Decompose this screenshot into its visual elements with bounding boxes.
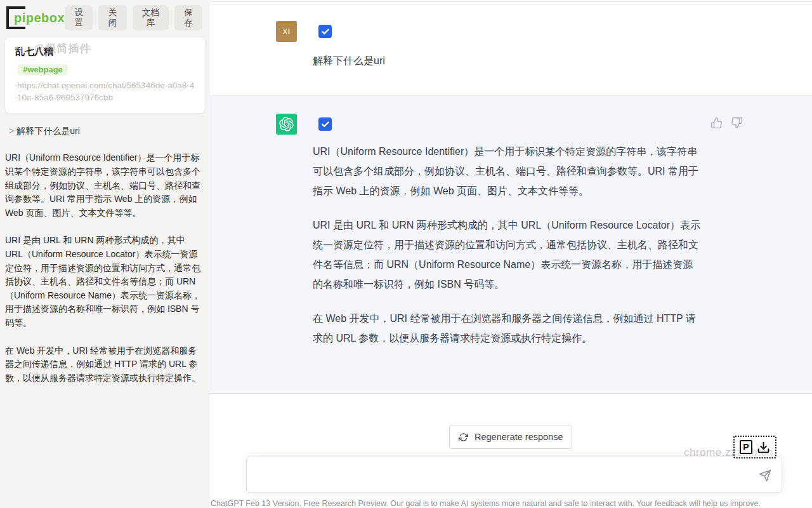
user-message-text: 解释下什么是uri [313,55,703,68]
top-divider [209,0,812,5]
user-avatar: XI [276,21,297,42]
settings-button[interactable]: 设置 [65,5,93,30]
saved-answer-text: URI（Uniform Resource Identifier）是一个用于标识某… [5,151,204,385]
thumbs-down-icon [731,117,743,129]
saved-paragraph: URI 是由 URL 和 URN 两种形式构成的，其中 URL（Uniform … [5,234,204,330]
send-icon [759,469,771,482]
assistant-paragraph: 在 Web 开发中，URI 经常被用于在浏览器和服务器之间传递信息，例如通过 H… [313,309,703,348]
quote-mark: > [9,126,14,136]
feedback-buttons [710,117,743,129]
check-icon [321,120,330,129]
user-message-content: 解释下什么是uri [313,21,703,95]
quoted-question: >解释下什么是uri [9,126,204,137]
pipebox-p-button[interactable]: P [740,440,752,454]
doc-library-button[interactable]: 文档库 [133,5,169,30]
pipebox-logo-text: pipebox [14,11,65,25]
saved-paragraph: 在 Web 开发中，URI 经常被用于在浏览器和服务器之间传递信息，例如通过 H… [5,344,204,385]
assistant-message-content: URI（Uniform Resource Identifier）是一个用于标识某… [313,114,703,393]
card-url: https://chat.openai.com/chat/565346de-a0… [15,79,195,104]
chatgpt-avatar [276,114,297,135]
assistant-paragraph: URI（Uniform Resource Identifier）是一个用于标识某… [313,142,703,201]
webpage-tag: #webpage [18,64,68,75]
pipebox-logo: pipebox [6,5,65,30]
openai-logo-icon [279,117,294,131]
saved-page-card[interactable]: 乱七八糟 @极简插件 #webpage https://chat.openai.… [5,37,205,113]
assistant-message-row: URI（Uniform Resource Identifier）是一个用于标识某… [209,95,812,394]
regenerate-label: Regenerate response [475,432,563,442]
sidebar-toolbar: 设置 关闭 文档库 保存 [65,5,202,30]
assistant-message-text: URI（Uniform Resource Identifier）是一个用于标识某… [313,142,703,348]
extension-sidebar: pipebox 设置 关闭 文档库 保存 乱七八糟 @极简插件 #webpage… [0,0,209,508]
check-icon [321,27,330,36]
quote-text: 解释下什么是uri [16,126,80,136]
extension-capture-toolbar: P [733,436,776,458]
close-button[interactable]: 关闭 [98,5,126,30]
download-button[interactable] [757,441,770,454]
save-button[interactable]: 保存 [174,5,202,30]
select-message-checkbox[interactable] [318,117,332,131]
download-icon [757,441,770,454]
select-message-checkbox[interactable] [318,25,332,38]
prompt-input[interactable] [257,464,750,486]
user-message-row: XI 解释下什么是uri [209,5,812,95]
footer-disclaimer: ChatGPT Feb 13 Version. Free Research Pr… [211,499,761,508]
assistant-paragraph: URI 是由 URL 和 URN 两种形式构成的，其中 URL（Uniform … [313,215,703,294]
chat-main: XI 解释下什么是uri URI（Uniform Resource Identi… [209,0,812,508]
send-button[interactable] [757,468,773,483]
saved-paragraph: URI（Uniform Resource Identifier）是一个用于标识某… [5,151,204,220]
thumbs-up-icon [710,117,723,129]
thumbs-down-button[interactable] [731,117,743,129]
refresh-icon [459,432,468,442]
thumbs-up-button[interactable] [710,117,723,129]
prompt-input-container [246,457,782,493]
sidebar-header: pipebox 设置 关闭 文档库 保存 [0,0,209,33]
regenerate-response-button[interactable]: Regenerate response [449,425,572,449]
card-title: 乱七八糟 [15,46,195,58]
